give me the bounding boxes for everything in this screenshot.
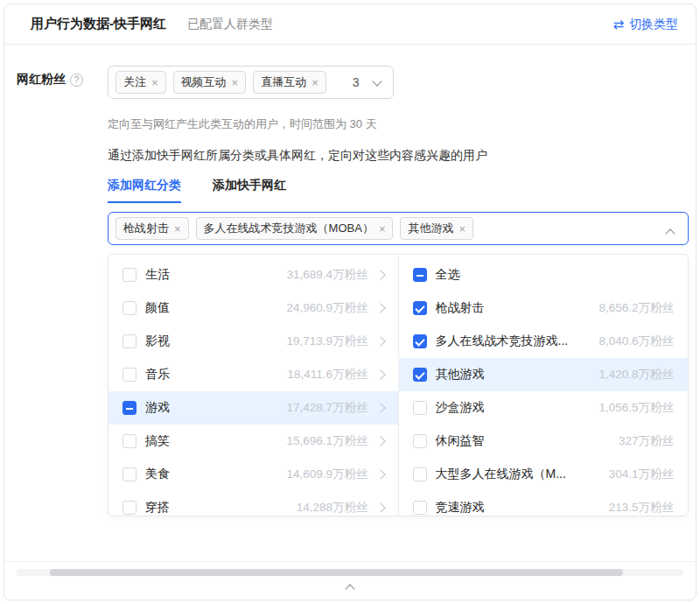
checkbox[interactable] <box>413 401 427 415</box>
category-row[interactable]: 影视 19,713.9万粉丝 <box>108 325 398 358</box>
tag-close-icon[interactable]: × <box>174 223 181 235</box>
configured-audience-type-label: 已配置人群类型 <box>187 17 273 32</box>
subcategory-row[interactable]: 枪战射击 8,656.2万粉丝 <box>399 291 689 325</box>
fan-count: 19,713.9万粉丝 <box>286 334 368 349</box>
subcategory-row[interactable]: 休闲益智 327万粉丝 <box>399 425 689 458</box>
tabs: 添加网红分类 添加快手网红 <box>108 178 689 203</box>
chevron-right-icon <box>375 469 385 479</box>
checkbox[interactable] <box>122 401 136 415</box>
subcategory-label: 竞速游戏 <box>436 500 485 516</box>
influencer-fans-label: 网红粉丝 ? <box>17 66 108 88</box>
collapse-button[interactable] <box>17 576 683 594</box>
subcategory-label: 沙盒游戏 <box>436 400 485 416</box>
user-behavior-config-panel: 用户行为数据-快手网红 已配置人群类型 ⇄ 切换类型 网红粉丝 ? 关注 × 视… <box>4 4 696 600</box>
help-icon[interactable]: ? <box>70 74 83 87</box>
selected-count-badge: 3 <box>353 75 360 89</box>
subcategory-label: 其他游戏 <box>436 367 485 383</box>
fan-count: 24,960.9万粉丝 <box>286 300 368 316</box>
body: 网红粉丝 ? 关注 × 视频互动 × 直播互动 × 3 定向 <box>4 45 696 561</box>
fan-count: 17,428.7万粉丝 <box>286 400 368 416</box>
selected-tag-shooter: 枪战射击 × <box>116 217 189 240</box>
subcategory-row[interactable]: 沙盒游戏 1,056.5万粉丝 <box>399 391 689 425</box>
checkbox[interactable] <box>122 467 136 481</box>
category-row[interactable]: 音乐 18,411.6万粉丝 <box>108 358 398 391</box>
category-row[interactable]: 颜值 24,960.9万粉丝 <box>108 291 398 325</box>
interaction-type-select[interactable]: 关注 × 视频互动 × 直播互动 × 3 <box>108 66 394 99</box>
category-row[interactable]: 穿搭 14,288万粉丝 <box>108 491 398 516</box>
tag-close-icon[interactable]: × <box>312 77 318 88</box>
tab-add-influencer-category[interactable]: 添加网红分类 <box>108 178 181 203</box>
chevron-up-icon <box>345 584 354 593</box>
category-multiselect-input[interactable]: 枪战射击 × 多人在线战术竞技游戏（MOBA） × 其他游戏 × <box>108 212 689 245</box>
checkbox[interactable] <box>122 434 136 448</box>
horizontal-scrollbar[interactable] <box>17 569 683 576</box>
category-label: 生活 <box>145 267 170 283</box>
checkbox[interactable] <box>413 268 427 282</box>
selected-tag-moba: 多人在线战术竞技游戏（MOBA） × <box>196 217 394 240</box>
tag-close-icon[interactable]: × <box>379 223 386 235</box>
fan-count: 327万粉丝 <box>619 433 674 449</box>
subcategory-row[interactable]: 多人在线战术竞技游戏... 8,040.6万粉丝 <box>399 325 689 358</box>
subcategory-row[interactable]: 其他游戏 1,420.8万粉丝 <box>399 358 689 391</box>
subcategory-row[interactable]: 大型多人在线游戏（M... 304.1万粉丝 <box>399 458 689 491</box>
chevron-right-icon <box>375 369 385 379</box>
category-column-right: 全选 枪战射击 8,656.2万粉丝 多人在线战术竞技游戏... 8,040.6… <box>399 255 689 516</box>
subcategory-row[interactable]: 全选 <box>399 258 689 291</box>
tag-video-interaction: 视频互动 × <box>173 71 247 94</box>
fan-count: 8,656.2万粉丝 <box>598 300 674 316</box>
tag-live-interaction: 直播互动 × <box>253 71 326 94</box>
chevron-right-icon <box>375 303 385 313</box>
category-label: 游戏 <box>145 400 170 416</box>
category-label: 搞笑 <box>145 433 170 449</box>
subcategory-label: 休闲益智 <box>436 433 485 449</box>
switch-arrows-icon: ⇄ <box>612 18 624 31</box>
fan-count: 31,689.4万粉丝 <box>286 267 368 283</box>
checkbox[interactable] <box>122 334 136 348</box>
switch-type-label: 切换类型 <box>629 17 678 32</box>
fan-count: 213.5万粉丝 <box>609 500 674 516</box>
influencer-category-panel: 通过添加快手网红所属分类或具体网红，定向对这些内容感兴趣的用户 添加网红分类 添… <box>108 148 689 516</box>
chevron-right-icon <box>375 403 385 412</box>
fan-count: 8,040.6万粉丝 <box>598 334 674 349</box>
checkbox[interactable] <box>413 467 427 481</box>
targeting-hint-text: 定向至与网红产生此类互动的用户，时间范围为 30 天 <box>108 116 683 132</box>
subcategory-label: 多人在线战术竞技游戏... <box>436 334 569 349</box>
checkbox[interactable] <box>122 268 136 282</box>
panel-description: 通过添加快手网红所属分类或具体网红，定向对这些内容感兴趣的用户 <box>108 148 689 164</box>
checkbox[interactable] <box>122 501 136 515</box>
tab-add-kuaishou-influencer[interactable]: 添加快手网红 <box>213 178 286 203</box>
subcategory-row[interactable]: 竞速游戏 213.5万粉丝 <box>399 491 689 516</box>
tag-close-icon[interactable]: × <box>232 77 239 88</box>
fan-count: 15,696.1万粉丝 <box>286 433 368 449</box>
category-row[interactable]: 美食 14,609.9万粉丝 <box>108 458 398 491</box>
fan-count: 304.1万粉丝 <box>609 467 674 482</box>
chevron-down-icon[interactable] <box>372 76 382 86</box>
fan-count: 1,420.8万粉丝 <box>598 367 674 383</box>
checkbox[interactable] <box>413 368 427 382</box>
checkbox[interactable] <box>122 368 136 382</box>
checkbox[interactable] <box>413 501 427 515</box>
subcategory-label: 全选 <box>436 267 460 283</box>
category-row[interactable]: 游戏 17,428.7万粉丝 <box>108 391 398 425</box>
checkbox[interactable] <box>413 301 427 315</box>
chevron-right-icon <box>375 436 385 446</box>
category-label: 影视 <box>145 334 170 349</box>
scrollbar-thumb[interactable] <box>50 569 623 576</box>
tag-close-icon[interactable]: × <box>458 223 466 235</box>
fan-count: 1,056.5万粉丝 <box>598 400 674 416</box>
tag-close-icon[interactable]: × <box>151 77 158 88</box>
switch-type-button[interactable]: ⇄ 切换类型 <box>612 17 678 32</box>
fan-count: 18,411.6万粉丝 <box>287 367 368 383</box>
category-row[interactable]: 搞笑 15,696.1万粉丝 <box>108 425 398 458</box>
checkbox[interactable] <box>122 301 136 315</box>
category-row[interactable]: 生活 31,689.4万粉丝 <box>108 258 398 291</box>
subcategory-label: 大型多人在线游戏（M... <box>436 467 566 482</box>
category-label: 音乐 <box>145 367 170 383</box>
checkbox[interactable] <box>413 434 427 448</box>
checkbox[interactable] <box>413 334 427 348</box>
chevron-up-icon[interactable] <box>665 228 675 238</box>
category-label: 美食 <box>145 467 170 482</box>
page-title: 用户行为数据-快手网红 <box>31 16 166 32</box>
footer <box>4 561 696 600</box>
chevron-right-icon <box>375 336 385 346</box>
